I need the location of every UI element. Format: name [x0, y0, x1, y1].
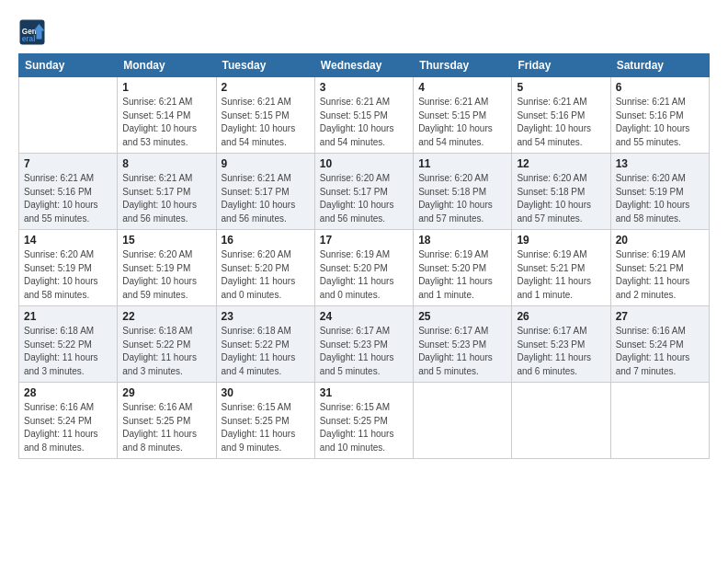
day-number: 2: [222, 81, 310, 94]
day-number: 18: [418, 234, 506, 247]
calendar-cell: 28Sunrise: 6:16 AMSunset: 5:24 PMDayligh…: [19, 383, 118, 459]
day-number: 15: [122, 234, 210, 247]
calendar: SundayMondayTuesdayWednesdayThursdayFrid…: [18, 53, 710, 459]
calendar-header-row: SundayMondayTuesdayWednesdayThursdayFrid…: [19, 54, 710, 77]
calendar-cell: [414, 383, 512, 459]
day-number: 24: [320, 310, 408, 323]
day-number: 3: [320, 81, 408, 94]
day-info: Sunrise: 6:21 AMSunset: 5:16 PMDaylight:…: [24, 172, 112, 225]
calendar-cell: 13Sunrise: 6:20 AMSunset: 5:19 PMDayligh…: [610, 154, 709, 230]
calendar-cell: 14Sunrise: 6:20 AMSunset: 5:19 PMDayligh…: [19, 230, 118, 306]
day-number: 31: [320, 386, 408, 399]
header: Gen eral: [18, 18, 710, 46]
calendar-cell: 21Sunrise: 6:18 AMSunset: 5:22 PMDayligh…: [19, 306, 118, 383]
day-info: Sunrise: 6:15 AMSunset: 5:25 PMDaylight:…: [222, 401, 310, 454]
day-number: 7: [24, 157, 112, 170]
day-info: Sunrise: 6:21 AMSunset: 5:16 PMDaylight:…: [616, 96, 704, 149]
day-number: 17: [320, 234, 408, 247]
column-header-wednesday: Wednesday: [314, 54, 413, 77]
day-info: Sunrise: 6:20 AMSunset: 5:17 PMDaylight:…: [320, 172, 408, 225]
day-number: 9: [222, 157, 310, 170]
column-header-friday: Friday: [512, 54, 610, 77]
calendar-cell: 31Sunrise: 6:15 AMSunset: 5:25 PMDayligh…: [314, 383, 413, 459]
day-info: Sunrise: 6:16 AMSunset: 5:24 PMDaylight:…: [24, 401, 112, 454]
calendar-cell: [512, 383, 610, 459]
day-number: 16: [222, 234, 310, 247]
calendar-cell: 26Sunrise: 6:17 AMSunset: 5:23 PMDayligh…: [512, 306, 610, 383]
calendar-cell: 3Sunrise: 6:21 AMSunset: 5:15 PMDaylight…: [314, 77, 413, 154]
day-number: 21: [24, 310, 112, 323]
day-info: Sunrise: 6:21 AMSunset: 5:17 PMDaylight:…: [122, 172, 210, 225]
calendar-cell: 30Sunrise: 6:15 AMSunset: 5:25 PMDayligh…: [216, 383, 314, 459]
day-info: Sunrise: 6:18 AMSunset: 5:22 PMDaylight:…: [24, 325, 112, 378]
day-number: 14: [24, 234, 112, 247]
page: Gen eral SundayMondayTuesdayWednesdayThu…: [0, 0, 728, 468]
logo: Gen eral: [18, 18, 48, 46]
day-info: Sunrise: 6:21 AMSunset: 5:15 PMDaylight:…: [418, 96, 506, 149]
day-info: Sunrise: 6:17 AMSunset: 5:23 PMDaylight:…: [320, 325, 408, 378]
calendar-cell: 15Sunrise: 6:20 AMSunset: 5:19 PMDayligh…: [118, 230, 216, 306]
calendar-cell: 4Sunrise: 6:21 AMSunset: 5:15 PMDaylight…: [414, 77, 512, 154]
column-header-monday: Monday: [118, 54, 216, 77]
day-number: 8: [122, 157, 210, 170]
calendar-cell: 29Sunrise: 6:16 AMSunset: 5:25 PMDayligh…: [118, 383, 216, 459]
calendar-cell: 17Sunrise: 6:19 AMSunset: 5:20 PMDayligh…: [314, 230, 413, 306]
calendar-cell: 20Sunrise: 6:19 AMSunset: 5:21 PMDayligh…: [610, 230, 709, 306]
day-number: 12: [517, 157, 605, 170]
day-info: Sunrise: 6:21 AMSunset: 5:14 PMDaylight:…: [122, 96, 210, 149]
day-number: 28: [24, 386, 112, 399]
day-number: 13: [616, 157, 704, 170]
day-number: 4: [418, 81, 506, 94]
calendar-cell: 11Sunrise: 6:20 AMSunset: 5:18 PMDayligh…: [414, 154, 512, 230]
day-info: Sunrise: 6:21 AMSunset: 5:15 PMDaylight:…: [320, 96, 408, 149]
column-header-thursday: Thursday: [414, 54, 512, 77]
day-number: 27: [616, 310, 704, 323]
day-info: Sunrise: 6:21 AMSunset: 5:17 PMDaylight:…: [222, 172, 310, 225]
day-info: Sunrise: 6:15 AMSunset: 5:25 PMDaylight:…: [320, 401, 408, 454]
day-number: 6: [616, 81, 704, 94]
day-info: Sunrise: 6:16 AMSunset: 5:25 PMDaylight:…: [122, 401, 210, 454]
calendar-cell: 18Sunrise: 6:19 AMSunset: 5:20 PMDayligh…: [414, 230, 512, 306]
day-number: 23: [222, 310, 310, 323]
calendar-cell: 19Sunrise: 6:19 AMSunset: 5:21 PMDayligh…: [512, 230, 610, 306]
day-number: 10: [320, 157, 408, 170]
calendar-week-3: 14Sunrise: 6:20 AMSunset: 5:19 PMDayligh…: [19, 230, 710, 306]
day-info: Sunrise: 6:18 AMSunset: 5:22 PMDaylight:…: [122, 325, 210, 378]
column-header-saturday: Saturday: [610, 54, 709, 77]
calendar-cell: 10Sunrise: 6:20 AMSunset: 5:17 PMDayligh…: [314, 154, 413, 230]
day-info: Sunrise: 6:17 AMSunset: 5:23 PMDaylight:…: [418, 325, 506, 378]
day-number: 29: [122, 386, 210, 399]
day-info: Sunrise: 6:19 AMSunset: 5:21 PMDaylight:…: [616, 248, 704, 302]
day-number: 20: [616, 234, 704, 247]
day-info: Sunrise: 6:19 AMSunset: 5:20 PMDaylight:…: [418, 248, 506, 302]
svg-text:eral: eral: [22, 35, 36, 43]
calendar-cell: 7Sunrise: 6:21 AMSunset: 5:16 PMDaylight…: [19, 154, 118, 230]
day-number: 19: [517, 234, 605, 247]
day-info: Sunrise: 6:20 AMSunset: 5:19 PMDaylight:…: [616, 172, 704, 225]
calendar-cell: 1Sunrise: 6:21 AMSunset: 5:14 PMDaylight…: [118, 77, 216, 154]
day-number: 25: [418, 310, 506, 323]
calendar-cell: 22Sunrise: 6:18 AMSunset: 5:22 PMDayligh…: [118, 306, 216, 383]
calendar-cell: [19, 77, 118, 154]
day-info: Sunrise: 6:21 AMSunset: 5:15 PMDaylight:…: [222, 96, 310, 149]
day-info: Sunrise: 6:16 AMSunset: 5:24 PMDaylight:…: [616, 325, 704, 378]
day-number: 26: [517, 310, 605, 323]
day-info: Sunrise: 6:20 AMSunset: 5:18 PMDaylight:…: [418, 172, 506, 225]
calendar-week-4: 21Sunrise: 6:18 AMSunset: 5:22 PMDayligh…: [19, 306, 710, 383]
logo-icon: Gen eral: [18, 18, 46, 46]
calendar-cell: 16Sunrise: 6:20 AMSunset: 5:20 PMDayligh…: [216, 230, 314, 306]
day-number: 11: [418, 157, 506, 170]
day-number: 22: [122, 310, 210, 323]
day-info: Sunrise: 6:21 AMSunset: 5:16 PMDaylight:…: [517, 96, 605, 149]
calendar-cell: 2Sunrise: 6:21 AMSunset: 5:15 PMDaylight…: [216, 77, 314, 154]
calendar-cell: 9Sunrise: 6:21 AMSunset: 5:17 PMDaylight…: [216, 154, 314, 230]
day-info: Sunrise: 6:20 AMSunset: 5:20 PMDaylight:…: [222, 248, 310, 302]
calendar-cell: 8Sunrise: 6:21 AMSunset: 5:17 PMDaylight…: [118, 154, 216, 230]
day-info: Sunrise: 6:19 AMSunset: 5:20 PMDaylight:…: [320, 248, 408, 302]
calendar-cell: 25Sunrise: 6:17 AMSunset: 5:23 PMDayligh…: [414, 306, 512, 383]
column-header-tuesday: Tuesday: [216, 54, 314, 77]
calendar-week-1: 1Sunrise: 6:21 AMSunset: 5:14 PMDaylight…: [19, 77, 710, 154]
calendar-cell: 24Sunrise: 6:17 AMSunset: 5:23 PMDayligh…: [314, 306, 413, 383]
calendar-cell: 27Sunrise: 6:16 AMSunset: 5:24 PMDayligh…: [610, 306, 709, 383]
day-info: Sunrise: 6:20 AMSunset: 5:19 PMDaylight:…: [24, 248, 112, 302]
